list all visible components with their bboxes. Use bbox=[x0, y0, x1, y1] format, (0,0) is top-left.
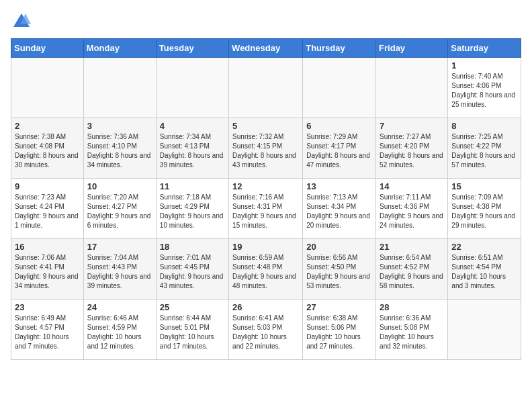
calendar-cell: 17Sunrise: 7:04 AM Sunset: 4:43 PM Dayli… bbox=[83, 239, 156, 300]
day-info: Sunrise: 6:41 AM Sunset: 5:03 PM Dayligh… bbox=[232, 314, 299, 351]
calendar-cell: 27Sunrise: 6:38 AM Sunset: 5:06 PM Dayli… bbox=[303, 300, 376, 360]
calendar-cell bbox=[229, 58, 303, 118]
calendar-cell: 10Sunrise: 7:20 AM Sunset: 4:27 PM Dayli… bbox=[83, 179, 156, 239]
day-info: Sunrise: 7:01 AM Sunset: 4:45 PM Dayligh… bbox=[160, 253, 225, 291]
calendar-cell: 4Sunrise: 7:34 AM Sunset: 4:13 PM Daylig… bbox=[156, 118, 228, 179]
day-number: 27 bbox=[306, 302, 372, 312]
day-number: 7 bbox=[380, 121, 444, 131]
calendar-cell: 16Sunrise: 7:06 AM Sunset: 4:41 PM Dayli… bbox=[11, 239, 84, 300]
calendar-cell bbox=[83, 58, 156, 118]
day-number: 9 bbox=[15, 181, 80, 191]
calendar-cell: 12Sunrise: 7:16 AM Sunset: 4:31 PM Dayli… bbox=[229, 179, 303, 239]
day-info: Sunrise: 6:54 AM Sunset: 4:52 PM Dayligh… bbox=[380, 253, 444, 291]
day-number: 4 bbox=[160, 121, 225, 131]
day-number: 14 bbox=[380, 181, 444, 191]
day-number: 16 bbox=[15, 242, 80, 252]
day-header-sunday: Sunday bbox=[11, 39, 84, 58]
calendar-cell: 5Sunrise: 7:32 AM Sunset: 4:15 PM Daylig… bbox=[229, 118, 303, 179]
day-info: Sunrise: 7:27 AM Sunset: 4:20 PM Dayligh… bbox=[380, 132, 444, 170]
day-info: Sunrise: 7:38 AM Sunset: 4:08 PM Dayligh… bbox=[15, 132, 80, 170]
day-info: Sunrise: 6:49 AM Sunset: 4:57 PM Dayligh… bbox=[15, 314, 80, 351]
calendar-cell: 24Sunrise: 6:46 AM Sunset: 4:59 PM Dayli… bbox=[83, 300, 156, 360]
day-info: Sunrise: 7:11 AM Sunset: 4:36 PM Dayligh… bbox=[380, 193, 444, 230]
day-number: 2 bbox=[15, 121, 80, 131]
calendar-cell: 19Sunrise: 6:59 AM Sunset: 4:48 PM Dayli… bbox=[229, 239, 303, 300]
day-header-monday: Monday bbox=[83, 39, 156, 58]
day-info: Sunrise: 6:56 AM Sunset: 4:50 PM Dayligh… bbox=[306, 253, 372, 291]
calendar-cell: 14Sunrise: 7:11 AM Sunset: 4:36 PM Dayli… bbox=[376, 179, 448, 239]
day-number: 10 bbox=[87, 181, 152, 191]
logo bbox=[11, 11, 31, 33]
day-number: 19 bbox=[232, 242, 299, 252]
day-info: Sunrise: 7:34 AM Sunset: 4:13 PM Dayligh… bbox=[160, 132, 225, 170]
calendar-cell: 8Sunrise: 7:25 AM Sunset: 4:22 PM Daylig… bbox=[448, 118, 521, 179]
day-info: Sunrise: 7:09 AM Sunset: 4:38 PM Dayligh… bbox=[451, 193, 517, 230]
calendar-cell: 6Sunrise: 7:29 AM Sunset: 4:17 PM Daylig… bbox=[303, 118, 376, 179]
day-number: 5 bbox=[232, 121, 299, 131]
logo-icon bbox=[12, 11, 31, 30]
calendar-header-row: SundayMondayTuesdayWednesdayThursdayFrid… bbox=[11, 39, 521, 58]
calendar-cell bbox=[448, 300, 521, 360]
day-info: Sunrise: 7:13 AM Sunset: 4:34 PM Dayligh… bbox=[306, 193, 372, 230]
calendar-cell: 26Sunrise: 6:41 AM Sunset: 5:03 PM Dayli… bbox=[229, 300, 303, 360]
calendar-cell: 21Sunrise: 6:54 AM Sunset: 4:52 PM Dayli… bbox=[376, 239, 448, 300]
calendar-cell: 2Sunrise: 7:38 AM Sunset: 4:08 PM Daylig… bbox=[11, 118, 84, 179]
day-number: 6 bbox=[306, 121, 372, 131]
calendar-week-row: 2Sunrise: 7:38 AM Sunset: 4:08 PM Daylig… bbox=[11, 118, 521, 179]
day-number: 13 bbox=[306, 181, 372, 191]
calendar-cell: 15Sunrise: 7:09 AM Sunset: 4:38 PM Dayli… bbox=[448, 179, 521, 239]
day-number: 3 bbox=[87, 121, 152, 131]
calendar-cell bbox=[303, 58, 376, 118]
day-header-thursday: Thursday bbox=[303, 39, 376, 58]
day-number: 20 bbox=[306, 242, 372, 252]
calendar-cell: 25Sunrise: 6:44 AM Sunset: 5:01 PM Dayli… bbox=[156, 300, 228, 360]
calendar-cell bbox=[156, 58, 228, 118]
day-info: Sunrise: 7:29 AM Sunset: 4:17 PM Dayligh… bbox=[306, 132, 372, 170]
day-info: Sunrise: 6:36 AM Sunset: 5:08 PM Dayligh… bbox=[380, 314, 444, 351]
calendar-cell: 1Sunrise: 7:40 AM Sunset: 4:06 PM Daylig… bbox=[448, 58, 521, 118]
day-number: 21 bbox=[380, 242, 444, 252]
calendar-cell: 7Sunrise: 7:27 AM Sunset: 4:20 PM Daylig… bbox=[376, 118, 448, 179]
day-header-saturday: Saturday bbox=[448, 39, 521, 58]
day-info: Sunrise: 7:18 AM Sunset: 4:29 PM Dayligh… bbox=[160, 193, 225, 230]
day-info: Sunrise: 7:40 AM Sunset: 4:06 PM Dayligh… bbox=[451, 72, 517, 109]
day-number: 25 bbox=[160, 302, 225, 312]
calendar-cell: 13Sunrise: 7:13 AM Sunset: 4:34 PM Dayli… bbox=[303, 179, 376, 239]
calendar-cell bbox=[376, 58, 448, 118]
day-header-wednesday: Wednesday bbox=[229, 39, 303, 58]
day-info: Sunrise: 7:04 AM Sunset: 4:43 PM Dayligh… bbox=[87, 253, 152, 291]
calendar-cell: 28Sunrise: 6:36 AM Sunset: 5:08 PM Dayli… bbox=[376, 300, 448, 360]
day-number: 11 bbox=[160, 181, 225, 191]
calendar-week-row: 16Sunrise: 7:06 AM Sunset: 4:41 PM Dayli… bbox=[11, 239, 521, 300]
day-number: 15 bbox=[451, 181, 517, 191]
day-info: Sunrise: 7:06 AM Sunset: 4:41 PM Dayligh… bbox=[15, 253, 80, 291]
day-info: Sunrise: 7:16 AM Sunset: 4:31 PM Dayligh… bbox=[232, 193, 299, 230]
day-number: 12 bbox=[232, 181, 299, 191]
calendar-cell: 18Sunrise: 7:01 AM Sunset: 4:45 PM Dayli… bbox=[156, 239, 228, 300]
day-number: 22 bbox=[451, 242, 517, 252]
day-header-friday: Friday bbox=[376, 39, 448, 58]
day-info: Sunrise: 6:44 AM Sunset: 5:01 PM Dayligh… bbox=[160, 314, 225, 351]
day-info: Sunrise: 6:38 AM Sunset: 5:06 PM Dayligh… bbox=[306, 314, 372, 351]
day-info: Sunrise: 6:51 AM Sunset: 4:54 PM Dayligh… bbox=[451, 253, 517, 291]
page-header bbox=[11, 11, 521, 33]
calendar-cell bbox=[11, 58, 84, 118]
calendar-week-row: 1Sunrise: 7:40 AM Sunset: 4:06 PM Daylig… bbox=[11, 58, 521, 118]
calendar-cell: 3Sunrise: 7:36 AM Sunset: 4:10 PM Daylig… bbox=[83, 118, 156, 179]
day-info: Sunrise: 6:46 AM Sunset: 4:59 PM Dayligh… bbox=[87, 314, 152, 351]
day-number: 1 bbox=[451, 60, 517, 71]
calendar-week-row: 23Sunrise: 6:49 AM Sunset: 4:57 PM Dayli… bbox=[11, 300, 521, 360]
calendar-cell: 23Sunrise: 6:49 AM Sunset: 4:57 PM Dayli… bbox=[11, 300, 84, 360]
day-info: Sunrise: 7:36 AM Sunset: 4:10 PM Dayligh… bbox=[87, 132, 152, 170]
calendar-cell: 11Sunrise: 7:18 AM Sunset: 4:29 PM Dayli… bbox=[156, 179, 228, 239]
calendar-cell: 9Sunrise: 7:23 AM Sunset: 4:24 PM Daylig… bbox=[11, 179, 84, 239]
calendar-cell: 22Sunrise: 6:51 AM Sunset: 4:54 PM Dayli… bbox=[448, 239, 521, 300]
day-number: 28 bbox=[380, 302, 444, 312]
calendar-table: SundayMondayTuesdayWednesdayThursdayFrid… bbox=[11, 38, 521, 360]
day-number: 8 bbox=[451, 121, 517, 131]
day-number: 26 bbox=[232, 302, 299, 312]
day-number: 23 bbox=[15, 302, 80, 312]
calendar-week-row: 9Sunrise: 7:23 AM Sunset: 4:24 PM Daylig… bbox=[11, 179, 521, 239]
day-number: 24 bbox=[87, 302, 152, 312]
day-info: Sunrise: 7:20 AM Sunset: 4:27 PM Dayligh… bbox=[87, 193, 152, 230]
